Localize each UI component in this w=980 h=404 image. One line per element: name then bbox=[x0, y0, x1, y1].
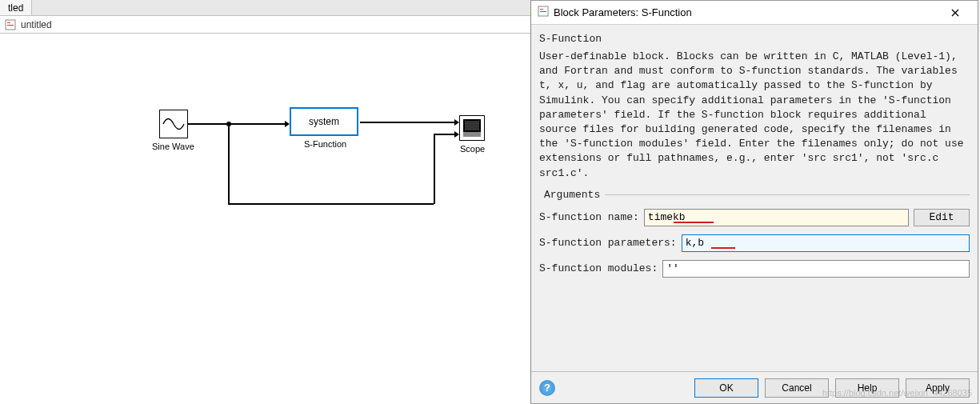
dialog-body: S-Function User-definable block. Blocks … bbox=[531, 25, 978, 371]
arguments-group: Arguments bbox=[539, 189, 970, 201]
wire bbox=[434, 134, 456, 135]
wire bbox=[228, 203, 434, 205]
block-label-scope: Scope bbox=[460, 144, 485, 154]
block-scope[interactable] bbox=[459, 115, 485, 141]
edit-button[interactable]: Edit bbox=[914, 209, 970, 226]
svg-rect-5 bbox=[463, 132, 481, 137]
close-button[interactable] bbox=[939, 2, 971, 24]
apply-button[interactable]: Apply bbox=[906, 378, 970, 398]
description-text: User-definable block. Blocks can be writ… bbox=[539, 50, 970, 181]
wire bbox=[360, 122, 456, 123]
model-name[interactable]: untitled bbox=[21, 19, 52, 30]
svg-rect-2 bbox=[7, 25, 14, 26]
svg-rect-1 bbox=[7, 22, 10, 23]
block-parameters-dialog: Block Parameters: S-Function S-Function … bbox=[530, 0, 978, 404]
arrow-icon bbox=[454, 131, 459, 138]
sfunc-name-label: S-function name: bbox=[539, 211, 639, 223]
close-icon bbox=[951, 9, 959, 17]
sfunc-modules-input[interactable] bbox=[662, 260, 970, 278]
wire bbox=[229, 123, 286, 125]
wire bbox=[188, 123, 228, 125]
model-path-bar: untitled bbox=[0, 16, 530, 34]
dialog-icon bbox=[538, 6, 549, 19]
sfunc-text: system bbox=[309, 116, 339, 127]
block-label-sine: Sine Wave bbox=[152, 142, 194, 151]
help-button[interactable]: Help bbox=[835, 378, 899, 398]
svg-rect-4 bbox=[465, 121, 479, 130]
wire bbox=[228, 123, 230, 203]
sine-wave-icon bbox=[160, 110, 187, 138]
model-icon bbox=[5, 19, 16, 30]
sfunc-name-input[interactable] bbox=[644, 209, 909, 226]
svg-rect-8 bbox=[540, 11, 546, 12]
tab-bar: tled bbox=[0, 0, 530, 16]
sfunc-modules-label: S-function modules: bbox=[539, 262, 658, 274]
dialog-titlebar[interactable]: Block Parameters: S-Function bbox=[531, 1, 978, 25]
arrow-icon bbox=[454, 119, 459, 126]
ok-button[interactable]: OK bbox=[694, 378, 758, 398]
block-s-function[interactable]: system bbox=[290, 107, 358, 136]
help-icon[interactable]: ? bbox=[539, 380, 555, 396]
section-title: S-Function bbox=[539, 33, 970, 45]
block-sine-wave[interactable] bbox=[159, 110, 188, 138]
simulink-editor: tled untitled Sine Wave system S-Functio… bbox=[0, 0, 530, 404]
sfunc-params-label: S-function parameters: bbox=[539, 237, 677, 249]
tab-untitled[interactable]: tled bbox=[0, 0, 32, 15]
canvas[interactable]: Sine Wave system S-Function Scope bbox=[0, 34, 530, 404]
dialog-footer: ? OK Cancel Help Apply bbox=[531, 371, 978, 403]
arrow-icon bbox=[285, 121, 290, 127]
sfunc-params-input[interactable] bbox=[682, 234, 970, 252]
svg-rect-7 bbox=[540, 9, 543, 10]
dialog-title: Block Parameters: S-Function bbox=[538, 6, 939, 19]
cancel-button[interactable]: Cancel bbox=[765, 378, 829, 398]
scope-icon bbox=[460, 116, 484, 140]
wire bbox=[434, 134, 435, 204]
block-label-sfunc: S-Function bbox=[304, 139, 346, 149]
